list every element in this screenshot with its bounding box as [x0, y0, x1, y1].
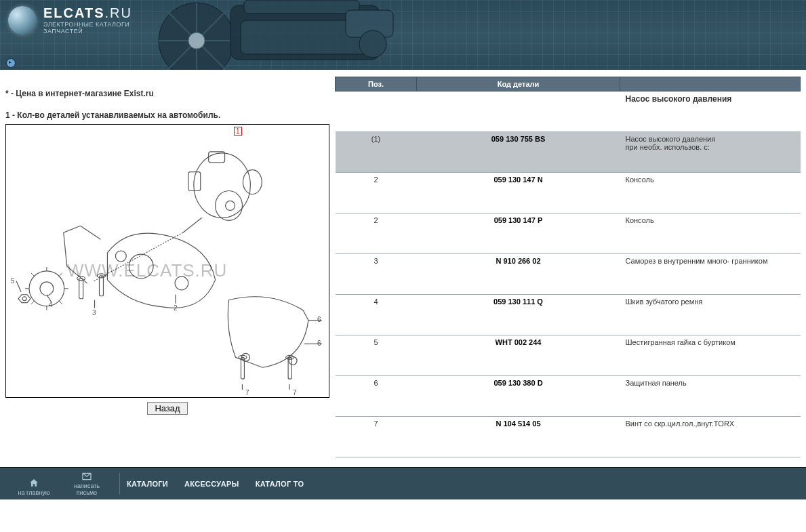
- footer-separator: [119, 473, 120, 495]
- table-row[interactable]: 2059 130 147 PКонсоль: [336, 213, 801, 254]
- svg-line-37: [31, 301, 35, 304]
- site-header: ELCATS.RU ЭЛЕКТРОННЫЕ КАТАЛОГИ ЗАПЧАСТЕЙ: [0, 0, 806, 70]
- brand-suffix: .RU: [105, 5, 132, 20]
- mail-icon: [81, 471, 92, 482]
- cell-code: WHT 002 244: [417, 335, 620, 376]
- cell-pos: 4: [336, 295, 417, 335]
- table-row[interactable]: 5WHT 002 244Шестигранная гайка с буртико…: [336, 335, 801, 376]
- logo[interactable]: ELCATS.RU ЭЛЕКТРОННЫЕ КАТАЛОГИ ЗАПЧАСТЕЙ: [8, 5, 132, 35]
- svg-rect-19: [188, 172, 201, 191]
- diagram-callout-1[interactable]: 1: [234, 127, 242, 136]
- cell-desc: Защитная панель: [620, 376, 801, 417]
- footer-home-link[interactable]: на главную: [8, 478, 60, 496]
- footer-link-accessories[interactable]: АКСЕССУАРЫ: [184, 480, 239, 488]
- svg-line-38: [59, 301, 62, 304]
- svg-point-16: [216, 191, 243, 221]
- globe-icon: [8, 6, 37, 35]
- legend-num: 1: [5, 110, 10, 120]
- cell-desc: Консоль: [620, 173, 801, 213]
- brand-main: ELCATS: [43, 5, 105, 20]
- cell-desc: Консоль: [620, 213, 801, 254]
- footer-link-to-catalog[interactable]: КАТАЛОГ ТО: [256, 480, 304, 488]
- cell-desc: Шкив зубчатого ремня: [620, 295, 801, 335]
- col-code: Код детали: [417, 77, 620, 91]
- diagram-callout-7b[interactable]: 7: [293, 389, 297, 396]
- logo-text: ELCATS.RU ЭЛЕКТРОННЫЕ КАТАЛОГИ ЗАПЧАСТЕЙ: [43, 5, 132, 35]
- site-footer: на главную написать письмо КАТАЛОГИ АКСЕ…: [0, 467, 806, 499]
- cell-code: N 104 514 05: [417, 417, 620, 457]
- engine-decoration: [149, 0, 407, 70]
- footer-home-label: на главную: [18, 489, 50, 496]
- table-row[interactable]: 2059 130 147 NКонсоль: [336, 173, 801, 213]
- cell-pos: [336, 91, 417, 132]
- diagram-callout-6a[interactable]: 6: [317, 316, 321, 323]
- footer-mail-label: написать письмо: [65, 483, 108, 496]
- cell-pos: 2: [336, 213, 417, 254]
- home-icon: [28, 478, 39, 489]
- diagram-callout-6b[interactable]: 6: [317, 340, 321, 347]
- svg-point-9: [188, 33, 205, 49]
- parts-table: Поз. Код детали Насос высокого давления(…: [335, 77, 801, 457]
- cell-pos: 6: [336, 376, 417, 417]
- svg-line-36: [59, 273, 62, 277]
- cell-code: 059 130 111 Q: [417, 295, 620, 335]
- diagram-callout-4[interactable]: 4: [49, 301, 53, 308]
- cell-desc: Саморез в внутренним много- гранником: [620, 254, 801, 295]
- cell-code: 059 130 147 N: [417, 173, 620, 213]
- svg-marker-39: [18, 295, 31, 303]
- svg-point-40: [22, 297, 26, 301]
- footer-links: КАТАЛОГИ АКСЕССУАРЫ КАТАЛОГ ТО: [127, 480, 304, 488]
- svg-point-20: [243, 170, 262, 195]
- svg-point-42: [289, 356, 297, 365]
- footer-link-catalogs[interactable]: КАТАЛОГИ: [127, 480, 168, 488]
- table-row[interactable]: 4059 130 111 QШкив зубчатого ремня: [336, 295, 801, 335]
- cell-code: 059 130 755 BS: [417, 132, 620, 173]
- table-header-row: Поз. Код детали: [336, 77, 801, 91]
- cell-pos: 5: [336, 335, 417, 376]
- back-button[interactable]: Назад: [147, 402, 187, 415]
- diagram-callout-7a[interactable]: 7: [245, 389, 249, 396]
- cell-code: 059 130 147 P: [417, 213, 620, 254]
- cell-pos: 2: [336, 173, 417, 213]
- diagram-callout-5[interactable]: 5: [11, 277, 15, 285]
- table-row[interactable]: (1)059 130 755 BSНасос высокого давления…: [336, 132, 801, 173]
- cell-desc: Шестигранная гайка с буртиком: [620, 335, 801, 376]
- cell-pos: 7: [336, 417, 417, 457]
- svg-line-54: [16, 281, 21, 292]
- table-row[interactable]: 3N 910 266 02Саморез в внутренним много-…: [336, 254, 801, 295]
- cell-code: N 910 266 02: [417, 254, 620, 295]
- section-title: Насос высокого давления: [620, 91, 801, 132]
- cell-code: [417, 91, 620, 132]
- svg-rect-11: [244, 0, 359, 14]
- brand-subtitle-2: ЗАПЧАСТЕЙ: [43, 28, 132, 35]
- cell-desc: Насос высокого давления при необх. испол…: [620, 132, 801, 173]
- footer-mail-link[interactable]: написать письмо: [61, 471, 113, 496]
- diagram-callout-3[interactable]: 3: [92, 309, 96, 316]
- cell-desc: Винт со скр.цил.гол.,внут.TORX: [620, 417, 801, 457]
- main-content: * - Цена в интернет-магазине Exist.ru 1 …: [0, 70, 806, 467]
- svg-point-14: [359, 30, 386, 58]
- legend-text-2: - Кол-во деталей устанавливаемых на авто…: [10, 110, 221, 120]
- table-section-row: Насос высокого давления: [336, 91, 801, 132]
- svg-rect-25: [79, 279, 83, 299]
- left-column: * - Цена в интернет-магазине Exist.ru 1 …: [5, 77, 329, 457]
- col-desc: [620, 77, 801, 91]
- cell-pos: 3: [336, 254, 417, 295]
- parts-diagram[interactable]: 1 2 3 4 5 6 6 7 7 WWW.ELCATS.RU: [5, 124, 329, 398]
- legend-line-2: 1 - Кол-во деталей устанавливаемых на ав…: [5, 110, 329, 120]
- right-column: Поз. Код детали Насос высокого давления(…: [335, 77, 801, 457]
- table-row[interactable]: 6059 130 380 DЗащитная панель: [336, 376, 801, 417]
- cell-pos: (1): [336, 132, 417, 173]
- legend-text-1: - Цена в интернет-магазине Exist.ru: [9, 89, 154, 98]
- brand-subtitle-1: ЭЛЕКТРОННЫЕ КАТАЛОГИ: [43, 21, 132, 28]
- table-row[interactable]: 7N 104 514 05Винт со скр.цил.гол.,внут.T…: [336, 417, 801, 457]
- cell-code: 059 130 380 D: [417, 376, 620, 417]
- svg-point-17: [226, 201, 235, 210]
- svg-line-35: [31, 273, 35, 277]
- diagram-watermark: WWW.ELCATS.RU: [67, 260, 227, 281]
- expand-icon[interactable]: [7, 59, 15, 67]
- col-pos: Поз.: [336, 77, 417, 91]
- svg-point-30: [40, 282, 54, 295]
- diagram-callout-2[interactable]: 2: [174, 304, 178, 312]
- legend-line-1: * - Цена в интернет-магазине Exist.ru: [5, 89, 329, 98]
